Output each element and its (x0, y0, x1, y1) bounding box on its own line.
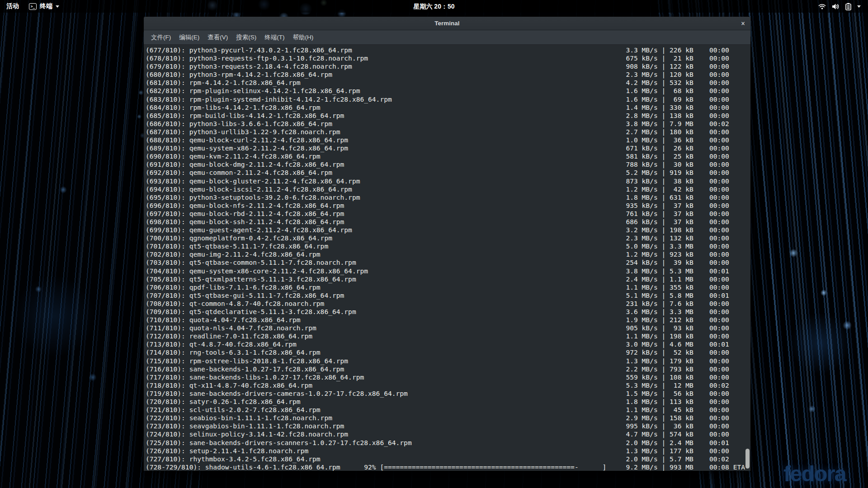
gnome-top-bar: 活动 >_ 终端 星期六 20：50 (0, 0, 868, 13)
row-stats: 2.3 MB/s | 132 kB 00:00 (626, 234, 750, 242)
terminal-row: (718/810): qt-x11-4.8.7-40.fc28.x86_64.r… (146, 381, 750, 389)
terminal-row: (678/810): python3-requests-ftp-0.3.1-10… (146, 54, 750, 62)
row-stats: 559 kB/s | 108 kB 00:00 (626, 373, 750, 381)
menu-edit[interactable]: 编辑(E) (175, 30, 203, 44)
row-stats: 5.0 MB/s | 3.3 MB 00:00 (626, 242, 750, 250)
terminal-screen[interactable]: (677/810): python3-pycurl-7.43.0.2-1.fc2… (144, 45, 750, 471)
terminal-row: (704/810): qemu-system-x86-core-2.11.2-4… (146, 267, 750, 275)
row-stats: 1.6 MB/s | 69 kB 00:00 (626, 95, 750, 103)
menu-terminal[interactable]: 终端(T) (260, 30, 288, 44)
row-package-text: (727/810): rhythmbox-3.4.2-5.fc28.x86_64… (146, 455, 626, 463)
terminal-row: (696/810): qemu-block-nfs-2.11.2-4.fc28.… (146, 202, 750, 210)
row-package-text: (686/810): python3-libs-3.6.6-1.fc28.x86… (146, 120, 626, 128)
volume-icon (832, 3, 840, 10)
row-package-text: (703/810): qt5-qtbase-common-5.11.1-7.fc… (146, 258, 626, 267)
row-package-text: (695/810): python3-setuptools-39.2.0-6.f… (146, 193, 626, 202)
terminal-row: (682/810): rpm-plugin-selinux-4.14.2-1.f… (146, 87, 750, 95)
window-title: Terminal (434, 20, 459, 27)
row-package-text: (724/810): selinux-policy-3.14.1-42.fc28… (146, 430, 626, 438)
clock[interactable]: 星期六 20：50 (413, 3, 454, 10)
row-package-text: (725/810): sane-backends-drivers-scanner… (146, 439, 626, 447)
row-package-text: (680/810): python3-rpm-4.14.2-1.fc28.x86… (146, 70, 626, 79)
terminal-row: (707/810): qt5-qtbase-gui-5.11.1-7.fc28.… (146, 291, 750, 300)
row-package-text: (677/810): python3-pycurl-7.43.0.2-1.fc2… (146, 46, 626, 54)
row-stats: 5.2 MB/s | 919 kB 00:00 (626, 169, 750, 177)
menu-help[interactable]: 帮助(H) (289, 30, 318, 44)
row-package-text: (682/810): rpm-plugin-selinux-4.14.2-1.f… (146, 87, 626, 95)
row-package-text: (717/810): sane-backends-libs-1.0.27-17.… (146, 373, 626, 381)
row-stats: 1.3 MB/s | 177 kB 00:00 (626, 447, 750, 455)
activities-button[interactable]: 活动 (6, 2, 19, 10)
row-package-text: (721/810): scl-utils-2.0.2-7.fc28.x86_64… (146, 406, 626, 414)
terminal-row: (706/810): qpdf-libs-7.1.1-6.fc28.x86_64… (146, 283, 750, 291)
terminal-row: (687/810): python3-urllib3-1.22-9.fc28.n… (146, 128, 750, 136)
window-titlebar[interactable]: Terminal × (144, 17, 750, 30)
row-package-text: (679/810): python3-requests-2.18.4-4.fc2… (146, 62, 626, 70)
row-package-text: (701/810): qt5-qtbase-5.11.1-7.fc28.x86_… (146, 242, 626, 250)
row-package-text: (715/810): rpm-ostree-libs-2018.8-1.fc28… (146, 357, 626, 365)
row-package-text: (693/810): qemu-block-gluster-2.11.2-4.f… (146, 177, 626, 185)
terminal-row: (711/810): quota-nls-4.04-7.fc28.noarch.… (146, 324, 750, 332)
row-stats: 1.6 MB/s | 68 kB 00:00 (626, 87, 750, 95)
row-package-text: (712/810): readline-7.0-11.fc28.x86_64.r… (146, 332, 626, 340)
terminal-row: (679/810): python3-requests-2.18.4-4.fc2… (146, 62, 750, 70)
row-package-text: (718/810): qt-x11-4.8.7-40.fc28.x86_64.r… (146, 381, 626, 389)
row-package-text: (720/810): satyr-0.26-1.fc28.x86_64.rpm (146, 398, 626, 406)
terminal-row: (721/810): scl-utils-2.0.2-7.fc28.x86_64… (146, 406, 750, 414)
scrollbar-thumb[interactable] (745, 449, 750, 469)
row-stats: 1.4 MB/s | 330 kB 00:00 (626, 103, 750, 112)
menu-search[interactable]: 搜索(S) (232, 30, 260, 44)
row-package-text: (694/810): qemu-block-iscsi-2.11.2-4.fc2… (146, 185, 626, 193)
chevron-down-icon (56, 5, 59, 8)
row-package-text: (687/810): python3-urllib3-1.22-9.fc28.n… (146, 128, 626, 136)
terminal-row: (725/810): sane-backends-drivers-scanner… (146, 439, 750, 447)
terminal-row: (724/810): selinux-policy-3.14.1-42.fc28… (146, 430, 750, 438)
row-stats: 1.2 MB/s | 923 kB 00:00 (626, 250, 750, 258)
row-package-text: (707/810): qt5-qtbase-gui-5.11.1-7.fc28.… (146, 291, 626, 300)
close-button[interactable]: × (741, 17, 745, 30)
row-stats: 4.7 MB/s | 574 kB 00:00 (626, 430, 750, 438)
terminal-row: (695/810): python3-setuptools-39.2.0-6.f… (146, 193, 750, 202)
terminal-row: (705/810): qt5-qtxmlpatterns-5.11.1-3.fc… (146, 275, 750, 283)
row-stats: 1.8 MB/s | 113 kB 00:00 (626, 398, 750, 406)
row-stats: 686 kB/s | 37 kB 00:00 (626, 218, 750, 226)
row-stats: 972 kB/s | 52 kB 00:00 (626, 348, 750, 357)
terminal-row: (680/810): python3-rpm-4.14.2-1.fc28.x86… (146, 70, 750, 79)
row-stats: 1.9 MB/s | 212 kB 00:00 (626, 316, 750, 324)
terminal-row: (691/810): qemu-block-dmg-2.11.2-4.fc28.… (146, 160, 750, 169)
menu-view[interactable]: 查看(V) (203, 30, 232, 44)
row-stats: 1.2 MB/s | 42 kB 00:00 (626, 185, 750, 193)
row-stats: 3.2 MB/s | 198 kB 00:00 (626, 226, 750, 234)
terminal-row: (712/810): readline-7.0-11.fc28.x86_64.r… (146, 332, 750, 340)
row-stats: 671 kB/s | 26 kB 00:00 (626, 144, 750, 152)
terminal-row: (703/810): qt5-qtbase-common-5.11.1-7.fc… (146, 258, 750, 267)
row-package-text: (702/810): qemu-img-2.11.2-4.fc28.x86_64… (146, 250, 626, 258)
row-package-text: (705/810): qt5-qtxmlpatterns-5.11.1-3.fc… (146, 275, 626, 283)
row-package-text: (713/810): qt-4.8.7-40.fc28.x86_64.rpm (146, 340, 626, 348)
row-stats: 9.2 MB/s | 993 MB 00:08 ETA (626, 463, 750, 471)
row-stats: 1.8 MB/s | 631 kB 00:00 (626, 193, 750, 202)
row-stats: 2.0 MB/s | 2.4 MB 00:01 (626, 439, 750, 447)
system-status-area[interactable] (818, 3, 868, 10)
terminal-row: (716/810): sane-backends-1.0.27-17.fc28.… (146, 365, 750, 373)
row-package-text: (723/810): seavgabios-bin-1.11.1-1.fc28.… (146, 422, 626, 430)
row-package-text: (711/810): quota-nls-4.04-7.fc28.noarch.… (146, 324, 626, 332)
app-menu[interactable]: >_ 终端 (29, 2, 59, 10)
row-package-text: (704/810): qemu-system-x86-core-2.11.2-4… (146, 267, 626, 275)
row-stats: 5.1 MB/s | 5.8 MB 00:01 (626, 291, 750, 300)
terminal-row: (700/810): qgnomeplatform-0.4-2.fc28.x86… (146, 234, 750, 242)
terminal-row: (689/810): qemu-system-x86-2.11.2-4.fc28… (146, 144, 750, 152)
row-package-text: (708/810): qt-common-4.8.7-40.fc28.noarc… (146, 300, 626, 308)
menu-file[interactable]: 文件(F) (147, 30, 175, 44)
row-package-text: (726/810): setup-2.11.4-1.fc28.noarch.rp… (146, 447, 626, 455)
row-stats: 935 kB/s | 37 kB 00:00 (626, 202, 750, 210)
terminal-row: (692/810): qemu-common-2.11.2-4.fc28.x86… (146, 169, 750, 177)
terminal-row: (722/810): seabios-bin-1.11.1-1.fc28.noa… (146, 414, 750, 422)
row-stats: 908 kB/s | 122 kB 00:00 (626, 62, 750, 70)
row-package-text: (722/810): seabios-bin-1.11.1-1.fc28.noa… (146, 414, 626, 422)
terminal-row: (677/810): python3-pycurl-7.43.0.2-1.fc2… (146, 46, 750, 54)
row-package-text: (714/810): rng-tools-6.3.1-1.fc28.x86_64… (146, 348, 626, 357)
battery-icon (845, 3, 851, 10)
row-package-text: (699/810): qemu-guest-agent-2.11.2-4.fc2… (146, 226, 626, 234)
row-package-text: (709/810): qt5-qtdeclarative-5.11.1-3.fc… (146, 308, 626, 316)
